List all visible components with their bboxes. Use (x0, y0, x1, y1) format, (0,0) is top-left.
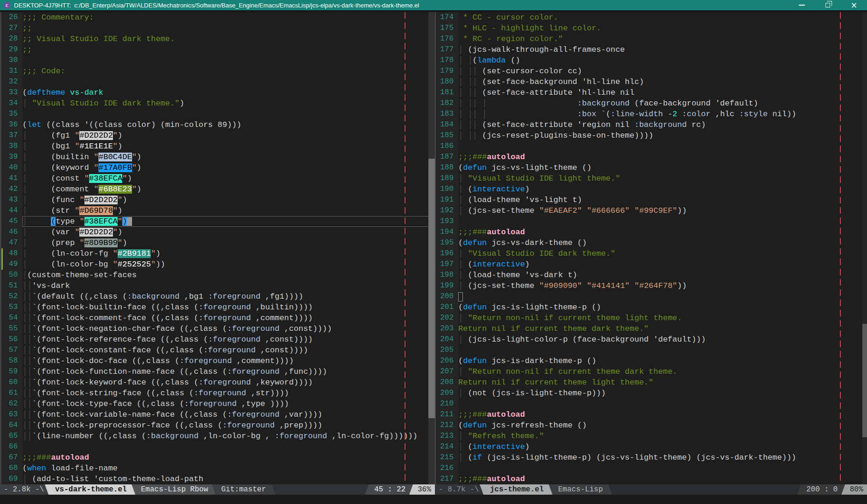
code-line[interactable]: 197│ (interactive) (436, 259, 867, 270)
code-line[interactable]: 196│ "Visual Studio IDE dark theme." (436, 248, 867, 259)
close-button[interactable]: × (841, 0, 867, 10)
code-line[interactable]: 211;;;###autoload (436, 409, 867, 420)
code-line[interactable]: 69│ (add-to-list 'custom-theme-load-path (1, 474, 435, 484)
code-line[interactable]: 40│ (keyword "#17A0FB") (1, 162, 435, 173)
code-line[interactable]: 217;;;###autoload (436, 474, 867, 484)
code-line[interactable]: 48│ (ln-color-fg "#2B9181") (1, 248, 435, 259)
code-line[interactable]: 185│ ││ (jcs-reset-plugins-base-on-theme… (436, 130, 867, 141)
code-line[interactable]: 186 (436, 141, 867, 152)
code-line[interactable]: 34│ "Visual Studio IDE dark theme.") (1, 98, 435, 109)
code-line[interactable]: 202│ "Return non-nil if current theme li… (436, 313, 867, 323)
code-line[interactable]: 175 * HLC - highlight line color. (436, 23, 867, 34)
code-line[interactable]: 47│ (prep "#8D9B99") (1, 238, 435, 248)
code-line[interactable]: 33(deftheme vs-dark (1, 87, 435, 98)
echo-area[interactable] (0, 495, 867, 504)
code-line[interactable]: 209│ (not (jcs-is-light-theme-p))) (436, 388, 867, 399)
scrollbar-right[interactable] (862, 12, 867, 484)
code-line[interactable]: 31;;; Code: (1, 66, 435, 77)
scrollbar-thumb[interactable] (428, 159, 435, 419)
code-line[interactable]: 55││`(font-lock-negation-char-face ((,cl… (1, 323, 435, 334)
code-line[interactable]: 36(let ((class '((class color) (min-colo… (1, 119, 435, 130)
code-line[interactable]: 65││`(line-number ((,class (:background … (1, 431, 435, 441)
code-line[interactable]: 192│ (jcs-set-theme "#EAEAF2" "#666666" … (436, 205, 867, 216)
buffer-name[interactable]: jcs-theme.el (480, 484, 554, 495)
code-line[interactable]: 54││`(font-lock-comment-face ((,class (:… (1, 313, 435, 323)
code-line[interactable]: 203Return nil if current theme dark them… (436, 323, 867, 334)
code-line[interactable]: 177│ (jcs-walk-through-all-frames-once (436, 44, 867, 55)
code-line[interactable]: 188(defun jcs-vs-light-theme () (436, 162, 867, 173)
code-line[interactable]: 45│ (type "#38EFCA") (1, 216, 435, 227)
code-line[interactable]: 30 (1, 55, 435, 66)
code-line[interactable]: 201(defun jcs-is-light-theme-p () (436, 302, 867, 313)
code-line[interactable]: 213│ "Refresh theme." (436, 431, 867, 441)
code-line[interactable]: 56││`(font-lock-reference-face ((,class … (1, 334, 435, 345)
code-line[interactable]: 64││`(font-lock-preprocessor-face ((,cla… (1, 420, 435, 431)
code-line[interactable]: 181│ ││ (set-face-attribute 'hl-line nil (436, 87, 867, 98)
code-line[interactable]: 200 (436, 291, 867, 302)
code-line[interactable]: 67;;;###autoload (1, 452, 435, 463)
code-line[interactable]: 44│ (str "#D69D78") (1, 205, 435, 216)
code-line[interactable]: 176 * RC - region color." (436, 34, 867, 44)
code-line[interactable]: 28;; Visual Studio IDE dark theme. (1, 34, 435, 44)
code-line[interactable]: 60││`(font-lock-keyword-face ((,class (:… (1, 377, 435, 388)
code-line[interactable]: 35 (1, 109, 435, 119)
code-line[interactable]: 58││`(font-lock-doc-face ((,class (:fore… (1, 356, 435, 366)
code-line[interactable]: 216 (436, 463, 867, 474)
scrollbar-thumb[interactable] (862, 324, 867, 437)
code-line[interactable]: 198│ (load-theme 'vs-dark t) (436, 270, 867, 280)
major-mode[interactable]: Emacs-Lisp (549, 484, 612, 495)
minimize-button[interactable] (789, 0, 815, 10)
code-line[interactable]: 63││`(font-lock-variable-name-face ((,cl… (1, 409, 435, 420)
code-line[interactable]: 180│ ││ (set-face-background 'hl-line hl… (436, 77, 867, 87)
scrollbar-left[interactable] (428, 12, 435, 484)
code-line[interactable]: 195(defun jcs-vs-dark-theme () (436, 238, 867, 248)
code-line[interactable]: 39│ (builtin "#B0C4DE") (1, 152, 435, 162)
code-line[interactable]: 210 (436, 399, 867, 409)
buffer-left[interactable]: 26;;; Commentary:27;;28;; Visual Studio … (1, 12, 435, 484)
code-line[interactable]: 26;;; Commentary: (1, 12, 435, 23)
code-line[interactable]: 215│ (if (jcs-is-light-theme-p) (jcs-vs-… (436, 452, 867, 463)
code-line[interactable]: 32 (1, 77, 435, 87)
code-line[interactable]: 189│ "Visual Studio IDE light theme." (436, 173, 867, 184)
code-line[interactable]: 50│(custom-theme-set-faces (1, 270, 435, 280)
code-line[interactable]: 194;;;###autoload (436, 227, 867, 238)
editor-window-right[interactable]: 174 * CC - cursor color.175 * HLC - high… (435, 12, 867, 484)
code-line[interactable]: 206(defun jcs-is-dark-theme-p () (436, 356, 867, 366)
code-line[interactable]: 61││`(font-lock-string-face ((,class (:f… (1, 388, 435, 399)
code-line[interactable]: 52││`(default ((,class (:background ,bg1… (1, 291, 435, 302)
code-line[interactable]: 57││`(font-lock-constant-face ((,class (… (1, 345, 435, 356)
code-line[interactable]: 204│ (jcs-is-light-color-p (face-backgro… (436, 334, 867, 345)
editor-window-left[interactable]: 26;;; Commentary:27;;28;; Visual Studio … (0, 12, 435, 484)
code-line[interactable]: 66 (1, 441, 435, 452)
code-line[interactable]: 49│ (ln-color-bg "#252525")) (1, 259, 435, 270)
git-branch[interactable]: Git:master (212, 484, 275, 495)
code-line[interactable]: 62││`(font-lock-type-face ((,class (:for… (1, 399, 435, 409)
code-line[interactable]: 182│ ││ │ :background (face-background '… (436, 98, 867, 109)
code-line[interactable]: 42│ (comment "#6B8E23") (1, 184, 435, 195)
code-line[interactable]: 43│ (func "#D2D2D2") (1, 195, 435, 205)
restore-button[interactable] (815, 0, 841, 10)
code-line[interactable]: 41│ (const "#38EFCA") (1, 173, 435, 184)
code-line[interactable]: 212(defun jcs-refresh-theme () (436, 420, 867, 431)
code-line[interactable]: 184│ ││ (set-face-attribute 'region nil … (436, 119, 867, 130)
code-line[interactable]: 191│ (load-theme 'vs-light t) (436, 195, 867, 205)
code-line[interactable]: 205 (436, 345, 867, 356)
code-line[interactable]: 183│ ││ │ :box `(:line-width -2 :color ,… (436, 109, 867, 119)
code-line[interactable]: 199│ (jcs-set-theme "#909090" "#414141" … (436, 280, 867, 291)
code-line[interactable]: 59││`(font-lock-function-name-face ((,cl… (1, 366, 435, 377)
code-line[interactable]: 193 (436, 216, 867, 227)
code-line[interactable]: 68(when load-file-name (1, 463, 435, 474)
code-line[interactable]: 174 * CC - cursor color. (436, 12, 867, 23)
code-line[interactable]: 208Return nil if current theme light the… (436, 377, 867, 388)
buffer-right[interactable]: 174 * CC - cursor color.175 * HLC - high… (436, 12, 867, 484)
code-line[interactable]: 214│ (interactive) (436, 441, 867, 452)
code-line[interactable]: 27;; (1, 23, 435, 34)
code-line[interactable]: 179│ ││ (set-cursor-color cc) (436, 66, 867, 77)
buffer-name[interactable]: vs-dark-theme.el (45, 484, 137, 495)
code-line[interactable]: 37│ (fg1 "#D2D2D2") (1, 130, 435, 141)
code-line[interactable]: 53││`(font-lock-builtin-face ((,class (:… (1, 302, 435, 313)
code-line[interactable]: 29;; (1, 44, 435, 55)
code-line[interactable]: 178│ │(lambda () (436, 55, 867, 66)
code-line[interactable]: 187;;;###autoload (436, 152, 867, 162)
code-line[interactable]: 190│ (interactive) (436, 184, 867, 195)
